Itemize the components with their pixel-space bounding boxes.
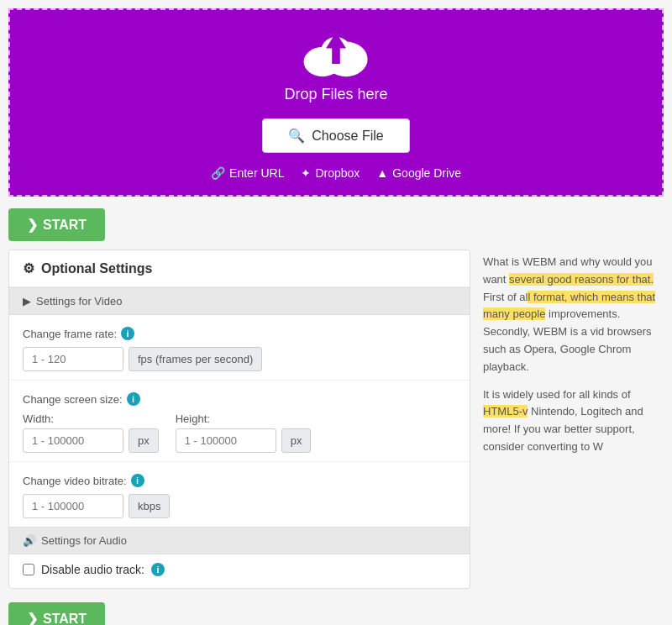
frame-rate-row: Change frame rate: i fps (frames per sec… [9, 315, 470, 380]
drop-zone[interactable]: Drop Files here 🔍 Choose File 🔗 Enter UR… [8, 8, 664, 197]
chevron-right-icon-bottom: ❯ [27, 611, 38, 625]
google-drive-icon: ▲ [376, 166, 388, 180]
frame-rate-input-group: fps (frames per second) [23, 347, 456, 371]
height-label: Height: [176, 412, 312, 425]
width-label: Width: [23, 412, 159, 425]
frame-rate-label-text: Change frame rate: [23, 328, 117, 340]
settings-panel: ⚙ Optional Settings ▶ Settings for Video… [8, 249, 470, 589]
source-links: 🔗 Enter URL ✦ Dropbox ▲ Google Drive [211, 166, 461, 180]
video-section-label: Settings for Video [36, 295, 122, 307]
screen-size-label-text: Change screen size: [23, 393, 123, 406]
screen-size-info-icon[interactable]: i [127, 392, 140, 406]
disable-audio-checkbox[interactable] [23, 564, 34, 575]
bitrate-label: Change video bitrate: i [23, 474, 456, 487]
video-icon: ▶ [23, 295, 31, 307]
disable-audio-label: Disable audio track: [41, 563, 144, 576]
width-input[interactable] [23, 428, 123, 453]
bitrate-info-icon[interactable]: i [131, 474, 144, 487]
width-field: Width: px [23, 412, 159, 453]
bitrate-input[interactable] [23, 494, 123, 518]
frame-rate-unit: fps (frames per second) [129, 347, 262, 371]
frame-rate-input[interactable] [23, 347, 123, 371]
google-drive-label: Google Drive [392, 166, 461, 180]
screen-size-label: Change screen size: i [23, 392, 456, 406]
start-button-bottom[interactable]: ❯ START [8, 602, 105, 625]
google-drive-link[interactable]: ▲ Google Drive [376, 166, 461, 180]
gear-icon: ⚙ [23, 260, 34, 276]
info-paragraph-1: What is WEBM and why would you want seve… [483, 254, 664, 376]
audio-section-header: 🔊 Settings for Audio [9, 527, 470, 554]
disable-audio-info-icon[interactable]: i [151, 563, 165, 576]
height-field: Height: px [176, 412, 312, 453]
height-input[interactable] [176, 428, 276, 453]
video-section-header: ▶ Settings for Video [9, 287, 470, 315]
chevron-right-icon-top: ❯ [27, 217, 38, 233]
bitrate-label-text: Change video bitrate: [23, 475, 127, 487]
info-panel: What is WEBM and why would you want seve… [483, 249, 664, 589]
cloud-upload-icon [302, 27, 370, 77]
bitrate-input-group: kbps [23, 494, 456, 518]
frame-rate-info-icon[interactable]: i [121, 327, 134, 340]
bitrate-row: Change video bitrate: i kbps [9, 462, 470, 527]
info-paragraph-2: It is widely used for all kinds of HTML5… [483, 386, 664, 456]
start-label-bottom: START [43, 612, 87, 626]
search-icon: 🔍 [288, 128, 305, 144]
dropbox-link[interactable]: ✦ Dropbox [301, 166, 360, 180]
disable-audio-row: Disable audio track: i [9, 554, 470, 588]
enter-url-label: Enter URL [229, 166, 284, 180]
settings-title-label: Optional Settings [41, 261, 152, 276]
start-label-top: START [43, 218, 87, 233]
enter-url-link[interactable]: 🔗 Enter URL [211, 166, 284, 180]
height-unit: px [281, 428, 312, 453]
screen-size-row: Change screen size: i Width: px Height: … [9, 381, 470, 461]
choose-file-button[interactable]: 🔍 Choose File [262, 118, 409, 153]
main-content: ⚙ Optional Settings ▶ Settings for Video… [0, 249, 672, 589]
link-icon: 🔗 [211, 166, 225, 180]
height-input-group: px [176, 428, 312, 453]
screen-size-fields: Width: px Height: px [23, 412, 456, 453]
bitrate-unit: kbps [129, 494, 170, 518]
width-unit: px [129, 428, 159, 453]
audio-section-label: Settings for Audio [41, 534, 127, 547]
dropbox-icon: ✦ [301, 166, 311, 180]
width-input-group: px [23, 428, 159, 453]
start-button-top[interactable]: ❯ START [8, 208, 105, 241]
frame-rate-label: Change frame rate: i [23, 327, 456, 340]
choose-file-label: Choose File [312, 129, 383, 144]
settings-title: ⚙ Optional Settings [9, 250, 470, 287]
drop-files-text: Drop Files here [284, 86, 387, 103]
dropbox-label: Dropbox [315, 166, 360, 180]
audio-icon: 🔊 [23, 534, 36, 547]
